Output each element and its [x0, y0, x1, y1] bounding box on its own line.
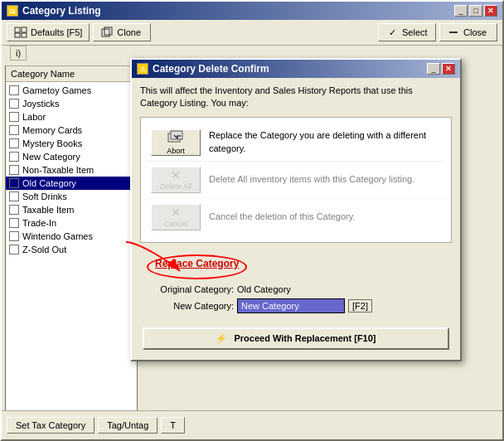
- dialog-title-icon: ⚠: [137, 63, 148, 75]
- original-category-value: Old Category: [237, 284, 291, 294]
- main-window: 🗂 Category Listing _ □ ✕ Defaults [F5] C…: [0, 0, 504, 441]
- cancel-option-icon: ✕: [171, 206, 181, 218]
- delete-all-text: Delete All inventory items with this Cat…: [209, 173, 414, 186]
- proceed-label: Proceed With Replacement [F10]: [234, 333, 376, 343]
- original-category-label: Original Category:: [147, 284, 234, 294]
- new-category-input[interactable]: [237, 298, 345, 313]
- new-category-label: New Category:: [147, 301, 234, 311]
- options-panel: Abort Replace the Category you are delet…: [140, 117, 452, 243]
- dialog-title-left: ⚠ Category Delete Confirm: [137, 63, 269, 75]
- delete-all-label: Delete All: [160, 182, 191, 191]
- dialog-title-label: Category Delete Confirm: [153, 63, 269, 75]
- delete-confirm-dialog: ⚠ Category Delete Confirm _ ✕ This will …: [130, 58, 462, 361]
- replace-title: Replace Category: [155, 258, 239, 269]
- dialog-message: This will affect the Inventory and Sales…: [140, 85, 452, 110]
- dialog-minimize-button[interactable]: _: [427, 63, 440, 75]
- cancel-option-button[interactable]: ✕ Cancel: [151, 204, 201, 230]
- replace-section: Replace Category Original Category: Old …: [140, 251, 452, 324]
- dialog-content: This will affect the Inventory and Sales…: [132, 78, 460, 360]
- option-abort-row: Abort Replace the Category you are delet…: [148, 124, 444, 162]
- cancel-option-text: Cancel the deletion of this Category.: [209, 211, 356, 223]
- delete-all-button[interactable]: ✕ Delete All: [151, 167, 201, 193]
- delete-all-icon: ✕: [171, 169, 181, 181]
- original-category-row: Original Category: Old Category: [147, 284, 445, 294]
- option-cancel-row: ✕ Cancel Cancel the deletion of this Cat…: [148, 199, 444, 235]
- abort-text: Replace the Category you are deleting wi…: [209, 129, 441, 155]
- abort-button[interactable]: Abort: [151, 129, 201, 156]
- abort-icon: [167, 130, 184, 145]
- new-category-row: New Category: [F2]: [147, 298, 445, 313]
- dialog-title-bar: ⚠ Category Delete Confirm _ ✕: [132, 60, 460, 78]
- dialog-title-controls: _ ✕: [427, 63, 455, 75]
- dialog-close-button[interactable]: ✕: [442, 63, 455, 75]
- cancel-option-label: Cancel: [164, 220, 187, 228]
- proceed-button[interactable]: ⚡ Proceed With Replacement [F10]: [143, 327, 449, 350]
- new-category-shortcut: [F2]: [348, 299, 372, 313]
- proceed-icon: ⚡: [216, 333, 227, 344]
- option-delete-all-row: ✕ Delete All Delete All inventory items …: [148, 162, 444, 199]
- abort-label: Abort: [167, 147, 185, 155]
- replace-title-highlight: Replace Category: [147, 254, 247, 279]
